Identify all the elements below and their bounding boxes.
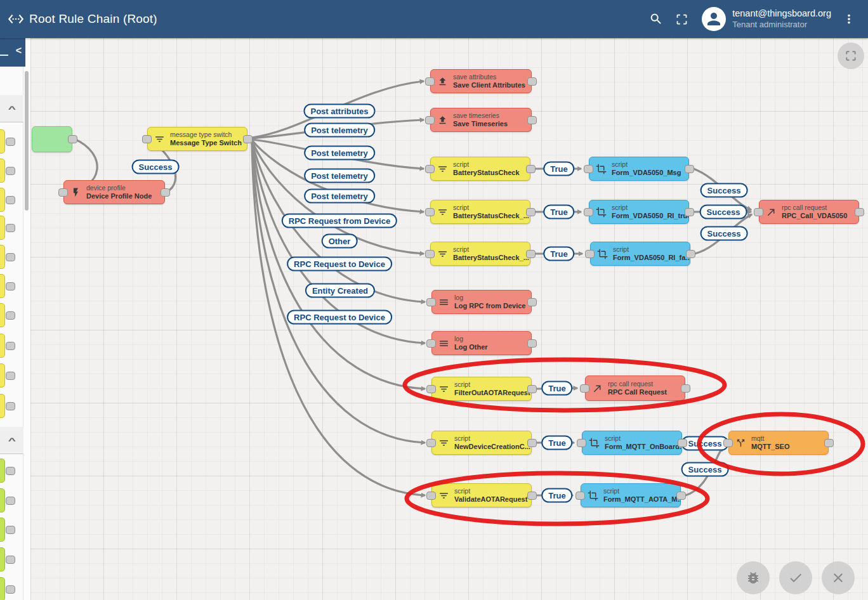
node-form-vda5050-ri-true[interactable]: scriptForm_VDA5050_RI_true <box>589 200 689 224</box>
input-connector[interactable] <box>142 135 152 143</box>
edge-label-success[interactable]: Success <box>700 183 748 198</box>
palette-node-connector[interactable] <box>6 342 15 350</box>
apply-button[interactable] <box>779 561 812 594</box>
input-connector[interactable] <box>425 116 435 124</box>
edge-label-post-attributes[interactable]: Post attributes <box>303 104 375 119</box>
palette-node-connector[interactable] <box>6 526 15 534</box>
edge-label-true[interactable]: True <box>543 162 574 176</box>
edge-label-true[interactable]: True <box>541 436 572 450</box>
edge-label-true[interactable]: True <box>543 205 574 219</box>
edge-label-success[interactable]: Success <box>681 436 729 451</box>
palette-node-stub[interactable] <box>0 459 5 483</box>
palette-node-connector[interactable] <box>6 372 15 380</box>
edge-label-rpc-request-to-device[interactable]: RPC Request to Device <box>287 310 392 325</box>
edge-label-other[interactable]: Other <box>322 234 358 249</box>
output-connector[interactable] <box>527 439 537 447</box>
input-connector[interactable] <box>580 384 589 393</box>
edge-label-rpc-request-from-device[interactable]: RPC Request from Device <box>282 214 397 228</box>
avatar[interactable] <box>702 7 726 31</box>
input-connector[interactable] <box>426 298 436 306</box>
palette-node-connector[interactable] <box>6 196 15 204</box>
output-connector[interactable] <box>526 208 536 216</box>
output-connector[interactable] <box>243 135 253 143</box>
palette-node-stub[interactable] <box>0 303 5 327</box>
node-battery-status-check[interactable]: scriptBatteryStatusCheck <box>430 157 530 181</box>
edge-label-rpc-request-to-device[interactable]: RPC Request to Device <box>287 257 392 271</box>
palette-node-stub[interactable] <box>0 547 5 571</box>
debug-button[interactable] <box>737 561 770 594</box>
input-connector[interactable] <box>754 208 763 216</box>
output-connector[interactable] <box>526 165 536 173</box>
palette-node-stub[interactable] <box>0 394 5 418</box>
node-device-profile-node[interactable]: device profileDevice Profile Node <box>63 180 165 204</box>
output-connector[interactable] <box>161 188 170 197</box>
palette-node-stub[interactable] <box>0 518 5 542</box>
edge-label-post-telemetry[interactable]: Post telemetry <box>304 169 375 183</box>
node-new-device-creation[interactable]: scriptNewDeviceCreationC... <box>431 431 532 455</box>
node-form-vda5050-msg[interactable]: scriptForm_VDA5050_Msg <box>589 157 689 181</box>
input-connector[interactable] <box>585 250 595 258</box>
edge-label-post-telemetry[interactable]: Post telemetry <box>304 146 375 160</box>
node-validate-aota-request[interactable]: scriptValidateAOTARequest <box>431 483 532 507</box>
output-connector[interactable] <box>527 339 537 348</box>
input-connector[interactable] <box>426 385 436 393</box>
output-connector[interactable] <box>527 492 537 500</box>
node-rpc-call-request[interactable]: rpc call requestRPC Call Request <box>585 375 685 401</box>
input-connector[interactable] <box>577 439 586 447</box>
node-save-timeseries[interactable]: save timeseriesSave Timeseries <box>430 108 532 132</box>
palette-node-stub[interactable] <box>0 216 5 240</box>
node-save-client-attributes[interactable]: save attributesSave Client Attributes <box>430 69 532 93</box>
input-connector[interactable] <box>425 208 435 216</box>
edge-label-success[interactable]: Success <box>700 226 748 241</box>
cancel-button[interactable] <box>822 561 855 594</box>
palette-node-stub[interactable] <box>0 129 5 153</box>
input-connector[interactable] <box>58 188 68 197</box>
input-connector[interactable] <box>584 165 593 173</box>
input-connector[interactable] <box>425 250 435 258</box>
palette-node-connector[interactable] <box>6 224 15 232</box>
palette-node-stub[interactable] <box>0 245 5 269</box>
edge-label-entity-created[interactable]: Entity Created <box>305 284 375 298</box>
node-rpc-call-vda5050[interactable]: rpc call requestRPC_Call_VDA5050 <box>759 200 859 224</box>
edge-label-success[interactable]: Success <box>681 462 729 477</box>
output-connector[interactable] <box>685 165 694 173</box>
input-connector[interactable] <box>584 208 593 216</box>
edge-label-post-telemetry[interactable]: Post telemetry <box>304 189 375 204</box>
node-message-type-switch[interactable]: message type switchMessage Type Switch <box>147 127 247 151</box>
input-connector[interactable] <box>426 439 436 447</box>
palette-node-connector[interactable] <box>6 467 15 475</box>
fullscreen-icon[interactable] <box>669 6 694 32</box>
palette-node-stub[interactable] <box>0 577 5 600</box>
palette-node-connector[interactable] <box>6 585 15 594</box>
more-menu-icon[interactable] <box>836 6 862 32</box>
input-connector[interactable] <box>426 492 436 500</box>
edge-label-true[interactable]: True <box>541 381 572 396</box>
output-connector[interactable] <box>686 250 695 258</box>
edge-label-success[interactable]: Success <box>700 205 747 219</box>
node-form-vda5050-ri-fa[interactable]: scriptForm_VDA5050_RI_fa... <box>590 242 690 266</box>
palette-node-connector[interactable] <box>6 282 15 290</box>
palette-node-connector[interactable] <box>6 167 15 175</box>
palette-section-2-header[interactable]: ^ <box>0 427 23 454</box>
canvas-fullscreen-button[interactable] <box>838 42 864 69</box>
node-form-mqtt-aota-m[interactable]: scriptForm_MQTT_AOTA_M... <box>581 483 681 507</box>
output-connector[interactable] <box>685 208 694 216</box>
output-connector[interactable] <box>68 135 77 143</box>
node-battery-status-check-2[interactable]: scriptBatteryStatusCheck_... <box>430 200 530 224</box>
rule-chain-canvas[interactable]: SuccessPost attributesPost telemetryPost… <box>30 38 868 600</box>
palette-node-stub[interactable] <box>0 488 5 512</box>
search-icon[interactable] <box>643 6 669 32</box>
palette-node-stub[interactable] <box>0 274 5 298</box>
node-input[interactable] <box>32 126 72 152</box>
input-connector[interactable] <box>426 339 436 348</box>
edge-label-post-telemetry[interactable]: Post telemetry <box>304 123 375 138</box>
palette-node-connector[interactable] <box>6 556 15 564</box>
output-connector[interactable] <box>527 116 537 124</box>
edge-label-true[interactable]: True <box>541 488 572 503</box>
node-filter-out-aota-request[interactable]: scriptFilterOutAOTARequest <box>431 377 532 401</box>
output-connector[interactable] <box>681 384 690 393</box>
input-connector[interactable] <box>575 492 585 500</box>
palette-node-connector[interactable] <box>6 402 15 410</box>
palette-node-connector[interactable] <box>6 138 15 146</box>
palette-node-connector[interactable] <box>6 497 15 505</box>
